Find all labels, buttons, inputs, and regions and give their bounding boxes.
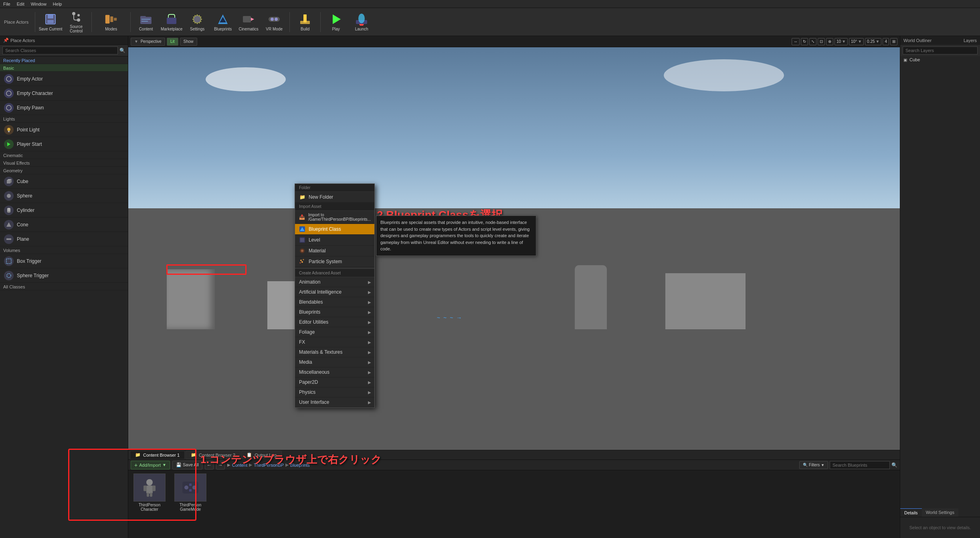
ctx-paper2d[interactable]: Paper2D ▶ <box>295 377 374 387</box>
ctx-media[interactable]: Media ▶ <box>295 357 374 367</box>
tab-world-settings[interactable]: World Settings <box>922 508 958 517</box>
search-layers-input[interactable] <box>903 46 978 54</box>
viewport-angle[interactable]: 10° ▼ <box>849 38 864 45</box>
viewport-ctrl-world[interactable]: ⊕ <box>826 38 833 45</box>
viewport-ctrl-local[interactable]: ⊡ <box>818 38 825 45</box>
save-current-button[interactable]: Save Current <box>38 10 63 34</box>
breadcrumb-blueprints[interactable]: Blueprints <box>290 463 310 467</box>
tab-content-browser-2[interactable]: 📁 Content Browser 2 <box>186 451 240 459</box>
world-outliner-label: World Outliner <box>903 38 932 43</box>
blueprints-button[interactable]: Blueprints <box>211 10 235 34</box>
actor-sphere-trigger[interactable]: Sphere Trigger <box>0 268 128 283</box>
category-recently-placed[interactable]: Recently Placed <box>0 56 128 64</box>
ctx-ai[interactable]: Artificial Intelligence ▶ <box>295 287 374 297</box>
category-cinematic[interactable]: Cinematic <box>0 151 128 159</box>
svg-rect-7 <box>110 16 113 22</box>
layers-tab[interactable]: Layers <box>964 38 977 43</box>
cinematics-button[interactable]: Cinematics <box>236 10 261 34</box>
category-visual-effects[interactable]: Visual Effects <box>0 159 128 167</box>
category-all-classes[interactable]: All Classes <box>0 283 128 290</box>
asset-third-person-gamemode[interactable]: ThirdPersonGameMode <box>172 474 208 512</box>
actor-player-start[interactable]: Player Start <box>0 137 128 151</box>
actor-empty-actor[interactable]: Empty Actor <box>0 72 128 86</box>
breadcrumb-content[interactable]: Content <box>232 463 248 467</box>
viewport-ctrl-translate[interactable]: ↔ <box>792 38 800 45</box>
actor-box-trigger[interactable]: Box Trigger <box>0 254 128 268</box>
menu-edit[interactable]: Edit <box>17 2 24 6</box>
menu-window[interactable]: Window <box>31 2 46 6</box>
tab-content-browser-1[interactable]: 📁 Content Browser 1 <box>130 451 185 459</box>
ctx-animation-label: Animation <box>299 279 320 285</box>
category-volumes[interactable]: Volumes <box>0 246 128 254</box>
filters-button[interactable]: 🔍 Filters ▼ <box>799 461 828 469</box>
viewport-maximize[interactable]: ⊞ <box>890 38 897 45</box>
launch-button[interactable]: Launch <box>350 10 374 34</box>
tab-details[interactable]: Details <box>900 508 922 517</box>
content-button[interactable]: Content <box>134 10 158 34</box>
tab-output-log[interactable]: 📋 Output Log <box>241 451 281 459</box>
actor-plane[interactable]: Plane <box>0 232 128 246</box>
svg-rect-6 <box>105 15 110 23</box>
viewport-ctrl-scale[interactable]: ⤡ <box>809 38 816 45</box>
actor-cone[interactable]: Cone <box>0 218 128 232</box>
svg-rect-57 <box>143 486 147 491</box>
svg-rect-59 <box>147 493 149 497</box>
source-control-button[interactable]: Source Control <box>64 10 88 34</box>
modes-button[interactable]: Modes <box>95 10 127 34</box>
viewport-scale-val[interactable]: 0.25 ▼ <box>865 38 881 45</box>
ctx-materials-textures[interactable]: Materials & Textures ▶ <box>295 347 374 357</box>
ctx-blueprint-class[interactable]: Blueprint Class <box>295 224 374 235</box>
settings-button[interactable]: Settings <box>185 10 209 34</box>
actor-empty-character[interactable]: Empty Character <box>0 86 128 101</box>
viewport-grid-size[interactable]: 10 ▼ <box>835 38 848 45</box>
play-button[interactable]: Play <box>324 10 348 34</box>
add-import-button[interactable]: + Add/Import ▼ <box>131 461 170 469</box>
ctx-import-path[interactable]: 📥 Import to /Game/ThirdPersonBP/Blueprin… <box>295 211 374 224</box>
build-button[interactable]: Build <box>293 10 317 34</box>
ctx-miscellaneous[interactable]: Miscellaneous ▶ <box>295 367 374 377</box>
menu-file[interactable]: File <box>3 2 10 6</box>
breadcrumb-thirdpersonbp[interactable]: ThirdPersonBP <box>254 463 284 467</box>
actor-cylinder[interactable]: Cylinder <box>0 203 128 218</box>
category-geometry[interactable]: Geometry <box>0 167 128 174</box>
outliner-cube-item[interactable]: ▣ Cube <box>900 56 980 63</box>
vr-mode-button[interactable]: VR Mode <box>262 10 286 34</box>
asset-third-person-character[interactable]: ThirdPersonCharacter <box>131 474 168 512</box>
viewport-layer[interactable]: 4 <box>883 38 889 45</box>
show-button[interactable]: Show <box>180 38 197 46</box>
svg-point-54 <box>300 262 301 264</box>
ctx-animation[interactable]: Animation ▶ <box>295 277 374 287</box>
ctx-level[interactable]: Level <box>295 235 374 246</box>
ctx-foliage[interactable]: Foliage ▶ <box>295 327 374 337</box>
ctx-folder-section: Folder <box>295 184 374 192</box>
ctx-blueprints-sub[interactable]: Blueprints ▶ <box>295 307 374 317</box>
ctx-blendables[interactable]: Blendables ▶ <box>295 297 374 307</box>
save-all-button[interactable]: 💾 Save All <box>172 461 202 469</box>
ctx-physics[interactable]: Physics ▶ <box>295 387 374 397</box>
actor-sphere[interactable]: Sphere <box>0 189 128 203</box>
category-lights[interactable]: Lights <box>0 115 128 123</box>
actor-cube[interactable]: Cube <box>0 174 128 189</box>
marketplace-button[interactable]: Marketplace <box>160 10 184 34</box>
ctx-user-interface[interactable]: User Interface ▶ <box>295 397 374 407</box>
viewport-ctrl-rotate[interactable]: ↻ <box>801 38 808 45</box>
actor-empty-pawn[interactable]: Empty Pawn <box>0 101 128 115</box>
search-blueprints-input[interactable] <box>830 461 890 469</box>
search-classes-input[interactable] <box>2 46 118 54</box>
nav-forward-button[interactable]: → <box>216 461 225 469</box>
actor-point-light[interactable]: Point Light <box>0 123 128 137</box>
ctx-particle-system[interactable]: Particle System <box>295 256 374 267</box>
ctx-fx[interactable]: FX ▶ <box>295 337 374 347</box>
perspective-button[interactable]: ▼ Perspective <box>131 38 165 46</box>
svg-point-44 <box>7 274 11 278</box>
ctx-editor-utilities[interactable]: Editor Utilities ▶ <box>295 317 374 327</box>
ctx-new-folder[interactable]: 📁 New Folder <box>295 192 374 203</box>
ctx-blueprint-class-label: Blueprint Class <box>309 226 341 232</box>
ctx-material[interactable]: Material <box>295 246 374 256</box>
category-basic[interactable]: Basic <box>0 64 128 72</box>
nav-back-button[interactable]: ← <box>205 461 214 469</box>
search-area: 🔍 Filters ▼ 🔍 <box>799 461 897 469</box>
viewport-3d[interactable]: ? ~ ~ ~ → Folder 📁 New Folder Import Ass… <box>128 47 900 450</box>
lit-button[interactable]: Lit <box>167 38 178 46</box>
menu-help[interactable]: Help <box>53 2 62 6</box>
